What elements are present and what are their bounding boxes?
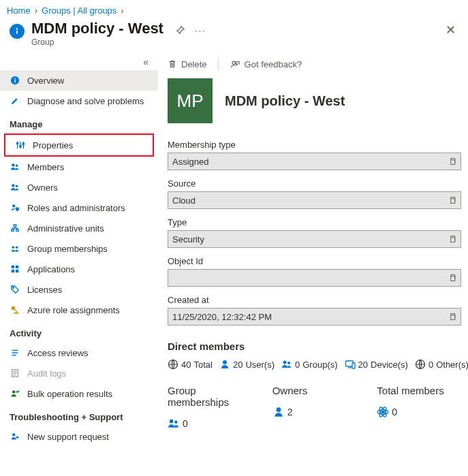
sidebar-item-label: Administrative units bbox=[27, 223, 104, 234]
sidebar-item-group-memberships[interactable]: Group memberships bbox=[0, 238, 158, 259]
sidebar-item-label: Access reviews bbox=[27, 348, 89, 358]
svg-point-47 bbox=[382, 411, 384, 413]
chevron-right-icon: › bbox=[35, 5, 37, 16]
svg-point-22 bbox=[13, 287, 14, 289]
sidebar-item-applications[interactable]: Applications bbox=[0, 259, 158, 279]
field-object-id: Object Id bbox=[168, 256, 461, 287]
stat-users[interactable]: 20 User(s) bbox=[219, 359, 275, 370]
trash-icon bbox=[168, 59, 177, 69]
field-value[interactable]: 11/25/2020, 12:32:42 PM bbox=[168, 308, 461, 326]
svg-point-35 bbox=[223, 360, 227, 364]
svg-point-9 bbox=[16, 165, 18, 168]
pin-icon[interactable] bbox=[176, 25, 185, 35]
stat-count: 0 bbox=[183, 418, 188, 429]
field-type: Type Security bbox=[168, 217, 461, 248]
svg-point-6 bbox=[20, 145, 22, 147]
field-text: Cloud bbox=[172, 195, 448, 206]
delete-button[interactable]: Delete bbox=[168, 59, 207, 69]
field-label: Source bbox=[168, 178, 461, 189]
apps-icon bbox=[10, 264, 20, 274]
stat-others[interactable]: 0 Other(s) bbox=[415, 359, 468, 370]
svg-rect-27 bbox=[16, 437, 19, 439]
sidebar-item-roles[interactable]: Roles and administrators bbox=[0, 197, 158, 218]
svg-point-42 bbox=[174, 421, 178, 424]
breadcrumb-home[interactable]: Home bbox=[7, 5, 31, 16]
svg-point-8 bbox=[12, 163, 14, 166]
breadcrumb-groups[interactable]: Groups | All groups bbox=[42, 5, 116, 16]
collapse-icon[interactable]: « bbox=[0, 57, 158, 70]
field-label: Type bbox=[168, 217, 461, 227]
sidebar-item-label: Diagnose and solve problems bbox=[27, 96, 144, 106]
copy-icon[interactable] bbox=[448, 313, 456, 321]
stat-label: Other(s) bbox=[436, 360, 468, 370]
stat-owners[interactable]: 2 bbox=[272, 406, 357, 418]
bulk-icon bbox=[10, 388, 20, 399]
info-icon bbox=[10, 75, 20, 86]
sidebar-heading-manage: Manage bbox=[0, 111, 158, 133]
sidebar-item-audit-logs[interactable]: Audit logs bbox=[0, 363, 158, 383]
sidebar-item-label: Owners bbox=[27, 183, 58, 193]
group-icon bbox=[281, 359, 292, 370]
toolbar: Delete Got feedback? bbox=[168, 54, 461, 78]
sidebar-item-overview[interactable]: Overview bbox=[0, 70, 158, 91]
copy-icon[interactable] bbox=[448, 157, 456, 165]
globe-icon bbox=[168, 359, 178, 370]
stat-label: User(s) bbox=[245, 360, 275, 370]
sidebar-item-label: Audit logs bbox=[27, 368, 66, 379]
stat-devices[interactable]: 20 Device(s) bbox=[345, 359, 408, 370]
field-value[interactable] bbox=[168, 269, 461, 287]
sidebar-item-bulk-results[interactable]: Bulk operation results bbox=[0, 383, 158, 404]
sidebar-item-label: Group memberships bbox=[27, 244, 108, 254]
svg-rect-15 bbox=[16, 229, 19, 232]
sidebar-item-properties[interactable]: Properties bbox=[5, 135, 153, 155]
field-source: Source Cloud bbox=[168, 178, 461, 209]
sidebar-item-access-reviews[interactable]: Access reviews bbox=[0, 343, 158, 363]
stat-groups[interactable]: 0 Group(s) bbox=[281, 359, 338, 370]
svg-rect-39 bbox=[352, 363, 355, 368]
summary-columns: Group memberships 0 Owners 2 T bbox=[168, 385, 461, 430]
stat-total[interactable]: 40 Total bbox=[168, 359, 213, 370]
main-content: Delete Got feedback? MP MDM policy - Wes… bbox=[158, 54, 468, 447]
tag-icon bbox=[10, 284, 20, 295]
field-membership-type: Membership type Assigned bbox=[168, 140, 461, 170]
field-label: Created at bbox=[168, 295, 461, 305]
svg-rect-19 bbox=[16, 266, 18, 268]
field-value[interactable]: Cloud bbox=[168, 191, 461, 209]
sidebar-item-members[interactable]: Members bbox=[0, 157, 158, 177]
field-value[interactable]: Security bbox=[168, 230, 461, 248]
svg-rect-1 bbox=[16, 31, 18, 34]
wrench-icon bbox=[10, 95, 20, 106]
feedback-button[interactable]: Got feedback? bbox=[230, 59, 302, 69]
list-icon bbox=[10, 347, 20, 358]
sidebar-item-support-request[interactable]: New support request bbox=[0, 426, 158, 447]
sidebar-item-azure-roles[interactable]: Azure role assignments bbox=[0, 300, 158, 320]
sidebar-item-licenses[interactable]: Licenses bbox=[0, 279, 158, 300]
field-value[interactable]: Assigned bbox=[168, 153, 461, 170]
copy-icon[interactable] bbox=[448, 274, 456, 282]
close-icon[interactable]: ✕ bbox=[446, 22, 456, 37]
stat-total-members[interactable]: 0 bbox=[377, 406, 461, 418]
stat-label: Group(s) bbox=[302, 360, 337, 370]
svg-point-25 bbox=[12, 390, 15, 393]
sidebar-item-label: Roles and administrators bbox=[27, 203, 125, 213]
stat-group-memberships[interactable]: 0 bbox=[168, 417, 252, 430]
copy-icon[interactable] bbox=[448, 196, 456, 204]
sidebar-item-diagnose[interactable]: Diagnose and solve problems bbox=[0, 91, 158, 111]
sidebar-item-admin-units[interactable]: Administrative units bbox=[0, 218, 158, 238]
more-icon[interactable]: ··· bbox=[195, 25, 206, 35]
sidebar-item-label: Bulk operation results bbox=[27, 389, 112, 399]
sidebar-item-owners[interactable]: Owners bbox=[0, 177, 158, 197]
field-text: Assigned bbox=[172, 157, 448, 167]
svg-rect-13 bbox=[14, 225, 16, 227]
feedback-label: Got feedback? bbox=[245, 59, 302, 69]
direct-members-title: Direct members bbox=[168, 340, 461, 352]
delete-label: Delete bbox=[181, 59, 207, 69]
col-title: Total members bbox=[377, 385, 461, 396]
svg-point-43 bbox=[276, 407, 281, 412]
copy-icon[interactable] bbox=[448, 235, 456, 243]
svg-point-7 bbox=[22, 143, 25, 145]
svg-rect-33 bbox=[451, 315, 455, 320]
sidebar-heading-support: Troubleshooting + Support bbox=[0, 404, 158, 426]
col-owners: Owners 2 bbox=[272, 385, 357, 430]
globe-icon bbox=[415, 359, 426, 370]
